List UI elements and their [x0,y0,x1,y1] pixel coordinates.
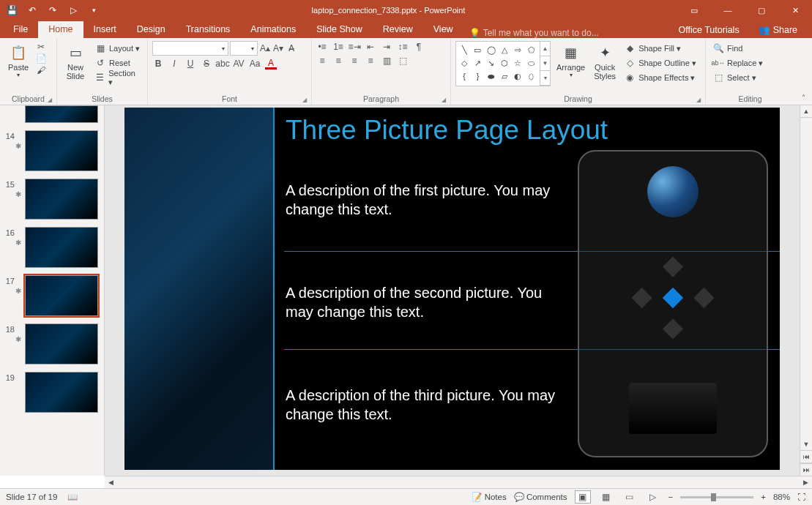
copy-button[interactable]: 📄 [35,53,47,64]
spellcheck-icon[interactable]: 📖 [67,492,78,502]
zoom-out-button[interactable]: − [668,493,674,501]
collapse-ribbon-icon[interactable]: ˄ [794,38,812,105]
thumb-19[interactable]: 19 [0,372,104,413]
vertical-scrollbar[interactable]: ▲ ▼ ⏮ ⏭ [800,105,812,476]
change-case-button[interactable]: Aa [249,58,261,70]
format-painter-button[interactable]: 🖌 [35,64,47,76]
justify-button[interactable]: ≡ [365,55,376,67]
decrease-indent-button[interactable]: ⇤ [365,41,376,53]
slide-desc-3[interactable]: A description of the third picture. You … [286,386,564,424]
clipboard-launcher-icon[interactable]: ◢ [48,97,52,103]
thumb-16[interactable]: 16✱ [0,227,104,268]
tab-design[interactable]: Design [127,21,176,38]
shrink-font-button[interactable]: A▾ [272,42,284,54]
new-slide-button[interactable]: ▭ New Slide [62,41,89,82]
reading-view-button[interactable]: ▭ [622,490,638,504]
list-level-button[interactable]: ≡⇥ [349,41,360,53]
tab-transitions[interactable]: Transitions [176,21,241,38]
bold-button[interactable]: B [152,58,164,70]
thumb-18[interactable]: 18✱ [0,323,104,364]
align-center-button[interactable]: ≡ [332,55,344,67]
numbering-button[interactable]: 1≡ [332,41,344,53]
thumb-17[interactable]: 17✱ [0,275,104,316]
normal-view-button[interactable]: ▣ [575,490,591,504]
drawing-launcher-icon[interactable]: ◢ [696,97,701,103]
comments-button[interactable]: 💬 Comments [514,492,567,502]
shape-outline-button[interactable]: ◇Shape Outline ▾ [622,56,699,70]
bullets-button[interactable]: •≡ [316,41,328,53]
sorter-view-button[interactable]: ▦ [598,490,614,504]
office-tutorials-link[interactable]: Office Tutorials [673,22,745,38]
grow-font-button[interactable]: A▴ [259,42,271,54]
clear-formatting-button[interactable]: A̶ [286,42,297,54]
notes-button[interactable]: 📝 Notes [472,492,506,502]
columns-button[interactable]: ▥ [381,55,392,67]
gallery-down-icon[interactable]: ▼ [540,56,550,71]
select-button[interactable]: ⬚Select ▾ [710,70,765,85]
thumb-13[interactable] [0,108,104,123]
slide-desc-2[interactable]: A description of the second picture. You… [286,283,564,321]
font-color-button[interactable]: A [265,58,277,70]
replace-button[interactable]: ab↔Replace ▾ [710,56,765,70]
minimize-button[interactable]: — [711,0,745,20]
ribbon-display-options-icon[interactable]: ▭ [677,0,711,20]
strikethrough-button[interactable]: S [201,58,212,70]
convert-smartart-button[interactable]: ⬚ [397,55,409,67]
shape-fill-button[interactable]: ◆Shape Fill ▾ [622,41,699,56]
underline-button[interactable]: U [185,58,196,70]
text-shadow-button[interactable]: abc [217,58,228,70]
tab-review[interactable]: Review [373,21,423,38]
tab-home[interactable]: Home [38,21,83,38]
slide-thumbnails-panel[interactable]: 14✱ 15✱ 16✱ 17✱ 18✱ 19 [0,105,105,476]
scroll-left-icon[interactable]: ◀ [105,476,117,488]
redo-icon[interactable]: ↷ [47,4,59,16]
paragraph-launcher-icon[interactable]: ◢ [442,97,446,103]
slideshow-from-start-icon[interactable]: ▷ [67,4,79,16]
zoom-slider[interactable] [680,496,753,498]
shape-effects-button[interactable]: ◉Shape Effects ▾ [622,70,699,85]
tab-animations[interactable]: Animations [240,21,306,38]
save-icon[interactable]: 💾 [6,4,18,16]
paste-button[interactable]: 📋 Paste ▾ [4,41,32,80]
zoom-in-button[interactable]: + [761,493,766,501]
layout-button[interactable]: ▦Layout ▾ [92,41,143,56]
scroll-up-icon[interactable]: ▲ [800,105,812,118]
tab-view[interactable]: View [423,21,463,38]
section-button[interactable]: ☰Section ▾ [92,70,143,85]
gallery-up-icon[interactable]: ▲ [540,42,550,56]
scroll-down-icon[interactable]: ▼ [800,438,812,451]
gallery-more-icon[interactable]: ▾ [540,71,550,86]
align-left-button[interactable]: ≡ [316,55,328,67]
shapes-gallery[interactable]: ╲▭◯△⇨⬠ ◇↗↘⬡☆⬭ {}⬬▱◐⬯ ▲ ▼ ▾ [455,41,551,86]
slide-title-text[interactable]: Three Picture Page Layout [286,115,608,146]
increase-indent-button[interactable]: ⇥ [381,41,392,53]
zoom-level[interactable]: 88% [773,493,790,501]
quick-styles-button[interactable]: ✦ Quick Styles [591,41,619,82]
horizontal-scrollbar[interactable]: ◀ ▶ [105,476,812,488]
close-button[interactable]: ✕ [778,0,812,20]
scroll-right-icon[interactable]: ▶ [800,476,812,488]
slideshow-view-button[interactable]: ▷ [645,490,661,504]
share-button[interactable]: 👥 Share [751,21,805,38]
tell-me-search[interactable]: 💡 Tell me what you want to do... [463,28,599,38]
fit-to-window-button[interactable]: ⛶ [797,493,806,501]
arrange-button[interactable]: ▦ Arrange▾ [554,41,588,80]
thumb-14[interactable]: 14✱ [0,130,104,171]
slide-picture-frame[interactable] [578,150,768,457]
qat-customize-icon[interactable]: ▾ [88,4,100,16]
tab-insert[interactable]: Insert [83,21,127,38]
tab-slideshow[interactable]: Slide Show [306,21,373,38]
next-slide-icon[interactable]: ⏭ [800,463,812,476]
font-family-combo[interactable]: ▾ [152,41,228,56]
font-launcher-icon[interactable]: ◢ [302,97,307,103]
slide-canvas[interactable]: Three Picture Page Layout A description … [124,108,780,470]
find-button[interactable]: 🔍Find [710,41,765,56]
thumb-15[interactable]: 15✱ [0,179,104,220]
italic-button[interactable]: I [168,58,180,70]
restore-button[interactable]: ▢ [745,0,778,20]
text-direction-button[interactable]: ¶ [413,41,425,53]
font-size-combo[interactable]: ▾ [230,41,258,56]
tab-file[interactable]: File [13,21,38,38]
cut-button[interactable]: ✂ [35,41,47,53]
slide-desc-1[interactable]: A description of the first picture. You … [286,181,564,219]
